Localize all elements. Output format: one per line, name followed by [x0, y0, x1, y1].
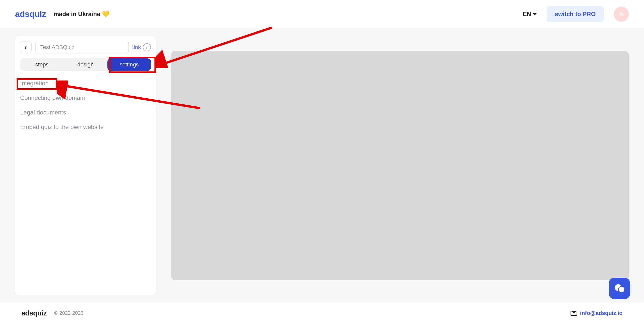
- avatar[interactable]: A: [614, 7, 629, 22]
- footer: adsquiz © 2022-2023 info@adsquiz.io: [0, 303, 644, 323]
- preview-box: [171, 51, 629, 280]
- main-area: ‹ link ⚯ steps design settings Integrati…: [0, 28, 644, 303]
- chevron-down-icon: [533, 13, 537, 15]
- settings-item-domain[interactable]: Connecting own domain: [20, 94, 151, 101]
- preview-area: [171, 51, 629, 280]
- tab-design[interactable]: design: [64, 58, 107, 71]
- top-header: adsquiz made in Ukraine 💛 EN switch to P…: [0, 0, 644, 28]
- footer-brand: adsquiz: [21, 309, 47, 317]
- settings-item-integration[interactable]: Integration: [20, 80, 151, 87]
- switch-pro-button[interactable]: switch to PRO: [547, 6, 604, 22]
- settings-item-legal[interactable]: Legal documents: [20, 109, 151, 116]
- settings-list: Integration Connecting own domain Legal …: [20, 77, 151, 133]
- brand-logo[interactable]: adsquiz: [15, 9, 46, 19]
- footer-email-link[interactable]: info@adsquiz.io: [571, 310, 623, 316]
- mail-icon: [571, 311, 577, 316]
- sidebar-panel: ‹ link ⚯ steps design settings Integrati…: [15, 36, 156, 295]
- footer-email-text: info@adsquiz.io: [580, 310, 623, 316]
- link-button[interactable]: link ⚯: [132, 43, 151, 51]
- panel-header: ‹ link ⚯: [20, 41, 151, 54]
- settings-item-embed[interactable]: Embed quiz to the own website: [20, 124, 151, 131]
- svg-point-1: [618, 286, 625, 293]
- chevron-left-icon: ‹: [24, 44, 27, 51]
- lang-select[interactable]: EN: [523, 11, 537, 18]
- tab-steps[interactable]: steps: [20, 58, 64, 71]
- footer-left: adsquiz © 2022-2023: [21, 309, 84, 317]
- link-icon: ⚯: [143, 43, 151, 51]
- header-right: EN switch to PRO A: [523, 6, 629, 22]
- tab-settings[interactable]: settings: [107, 58, 151, 71]
- copyright: © 2022-2023: [54, 310, 84, 316]
- quiz-title-input[interactable]: [35, 41, 129, 54]
- back-button[interactable]: ‹: [20, 42, 32, 53]
- chat-icon: [614, 283, 625, 294]
- lang-label: EN: [523, 11, 531, 18]
- tabs-row: steps design settings: [20, 58, 151, 71]
- tagline: made in Ukraine 💛: [54, 11, 109, 18]
- logo-area: adsquiz made in Ukraine 💛: [15, 9, 109, 19]
- chat-bubble-button[interactable]: [609, 278, 630, 299]
- link-label: link: [132, 45, 141, 50]
